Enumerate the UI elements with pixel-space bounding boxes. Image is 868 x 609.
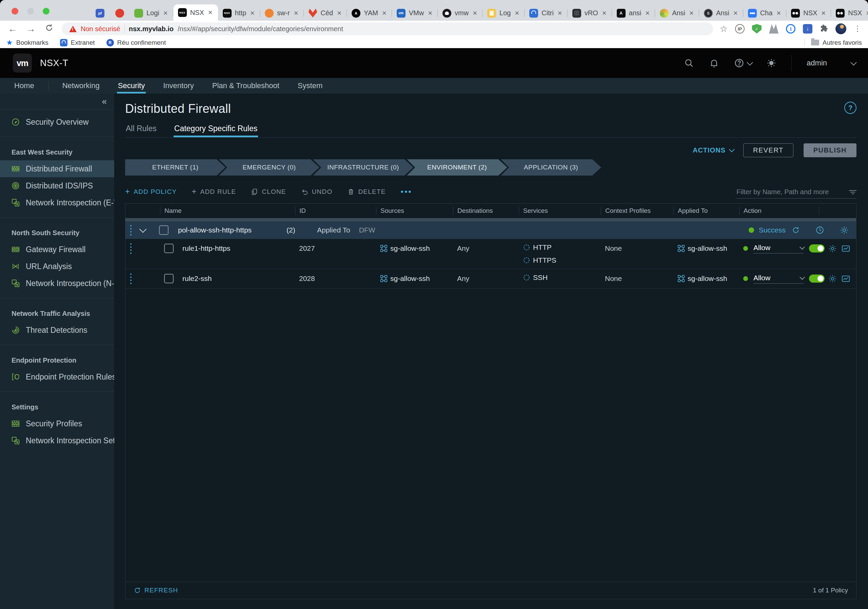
refresh-status-icon[interactable] [792,226,800,234]
tab-close-icon[interactable]: × [163,9,169,17]
pinned-tab[interactable] [90,5,110,21]
rule-row[interactable]: rule1-http-https 2027 sg-allow-ssh Any H… [126,239,856,269]
horizontal-scrollbar[interactable] [126,218,856,222]
close-window-button[interactable] [11,8,18,15]
tab-close-icon[interactable]: × [733,9,738,17]
sidebar-collapse-button[interactable]: « [102,96,107,107]
reload-button[interactable] [43,23,55,34]
sidebar-item-endpoint-protection-rules[interactable]: Endpoint Protection Rules [0,368,114,385]
rule-sources[interactable]: sg-allow-ssh [390,244,430,252]
rule-row[interactable]: rule2-ssh 2028 sg-allow-ssh Any SSH None… [126,269,856,289]
rule-context-profiles[interactable]: None [601,243,673,253]
search-icon[interactable] [684,58,694,68]
pinned-tab[interactable] [110,5,130,21]
browser-tab[interactable]: NSX× [786,5,831,21]
browser-menu-icon[interactable]: ⋮ [854,28,861,30]
rule-destinations[interactable]: Any [453,274,519,284]
category-infrastructure[interactable]: INFRASTRUCTURE (0) [313,159,413,176]
nav-inventory[interactable]: Inventory [154,78,203,94]
bookmark-item[interactable]: RRéu confinement [107,39,166,46]
tab-close-icon[interactable]: × [601,9,607,17]
policy-status[interactable]: Success [759,226,786,234]
sidebar-item-gateway-firewall[interactable]: Gateway Firewall [0,241,114,258]
rule-service[interactable]: SSH [533,274,547,281]
policy-checkbox[interactable] [159,226,169,235]
undo-button[interactable]: UNDO [301,188,333,196]
browser-tab[interactable]: Ansi× [655,5,699,21]
adblock-shield-extension-icon[interactable]: ✓ [752,24,761,34]
policy-applied-to-value[interactable]: DFW [359,226,375,234]
policy-row[interactable]: pol-allow-ssh-http-https (2) Applied To … [126,222,856,239]
rule-enabled-toggle[interactable] [809,275,825,283]
tab-close-icon[interactable]: × [514,9,520,17]
browser-tab[interactable]: Logi× [130,5,173,21]
tab-close-icon[interactable]: × [865,9,868,17]
rule-stats-graph-icon[interactable] [842,244,850,253]
sidebar-item-threat-detections[interactable]: Threat Detections [0,322,114,339]
rule-service[interactable]: HTTPS [533,256,556,264]
tab-category-specific-rules[interactable]: Category Specific Rules [174,121,258,137]
tab-close-icon[interactable]: × [557,9,563,17]
tab-close-icon[interactable]: × [472,9,478,17]
rule-applied-to[interactable]: sg-allow-ssh [688,275,727,283]
bookmark-item[interactable]: Extranet [60,39,95,46]
browser-tab[interactable]: Citri× [524,5,567,21]
rule-name[interactable]: rule1-http-https [183,244,230,252]
tab-close-icon[interactable]: × [208,9,213,16]
browser-tab[interactable]: vRO× [567,5,612,21]
sidebar-item-security-profiles[interactable]: Security Profiles [0,415,114,432]
more-actions-button[interactable]: ••• [401,187,412,196]
publish-button[interactable]: PUBLISH [804,143,857,157]
bookmark-star-icon[interactable]: ☆ [720,24,728,34]
action-dropdown[interactable]: Allow [753,274,804,284]
category-environment[interactable]: ENVIRONMENT (2) [407,159,507,176]
rule-settings-gear-icon[interactable] [828,244,837,253]
refresh-button[interactable]: REFRESH [133,587,178,594]
add-policy-button[interactable]: +ADD POLICY [125,187,177,196]
sidebar-item-distributed-ids-ips[interactable]: Distributed IDS/IPS [0,177,114,194]
zoom-window-button[interactable] [43,8,50,15]
clone-button[interactable]: CLONE [251,188,286,196]
policy-name[interactable]: pol-allow-ssh-http-https [178,226,287,234]
browser-tab[interactable]: sw-r× [260,5,304,21]
tab-close-icon[interactable]: × [336,9,342,17]
vpn-extension-icon[interactable] [769,24,778,34]
sidebar-item-security-overview[interactable]: Security Overview [0,114,114,130]
rule-sources[interactable]: sg-allow-ssh [390,275,430,283]
browser-tab[interactable]: NSX× [831,5,868,21]
category-ethernet[interactable]: ETHERNET (1) [125,159,225,176]
drag-handle-icon[interactable] [130,225,132,235]
filter-box[interactable] [736,188,857,199]
browser-tab[interactable]: Céd× [304,5,347,21]
sidebar-item-network-introspection-settings[interactable]: Network Introspection Setti... [0,432,114,449]
nav-system[interactable]: System [288,78,332,94]
address-bar[interactable]: Non sécurisé nsx.myvlab.io/nsx/#/app/sec… [62,22,713,35]
browser-tab[interactable]: vmw× [438,5,482,21]
back-button[interactable]: ← [7,24,18,34]
tab-close-icon[interactable]: × [427,9,433,17]
filter-input[interactable] [736,188,849,196]
browser-tab[interactable]: Ansi× [699,5,743,21]
nav-security[interactable]: Security [109,78,154,94]
browser-tab[interactable]: http× [218,5,260,21]
tab-all-rules[interactable]: All Rules [125,121,157,137]
category-application[interactable]: APPLICATION (3) [501,159,601,176]
sidebar-item-url-analysis[interactable]: URL Analysis [0,258,114,275]
sidebar-item-network-introspection-ew[interactable]: Network Introspection (E-W) [0,194,114,211]
sidebar-item-network-introspection-ns[interactable]: Network Introspection (N-S) [0,275,114,292]
tab-close-icon[interactable]: × [689,9,694,17]
rule-applied-to[interactable]: sg-allow-ssh [688,244,727,252]
rule-destinations[interactable]: Any [453,243,519,253]
actions-menu-button[interactable]: ACTIONS [693,147,733,154]
ip-lookup-extension-icon[interactable]: IP [735,24,745,34]
profile-avatar[interactable] [835,23,846,34]
browser-tab[interactable]: Cha× [743,5,787,21]
nav-plan-troubleshoot[interactable]: Plan & Troubleshoot [203,78,288,94]
add-rule-button[interactable]: +ADD RULE [192,187,236,196]
clock-icon[interactable] [815,226,824,235]
forward-button[interactable]: → [25,24,37,34]
collapse-policy-icon[interactable] [140,226,146,232]
nav-networking[interactable]: Networking [53,78,109,94]
tab-close-icon[interactable]: × [645,9,650,17]
category-emergency[interactable]: EMERGENCY (0) [219,159,319,176]
